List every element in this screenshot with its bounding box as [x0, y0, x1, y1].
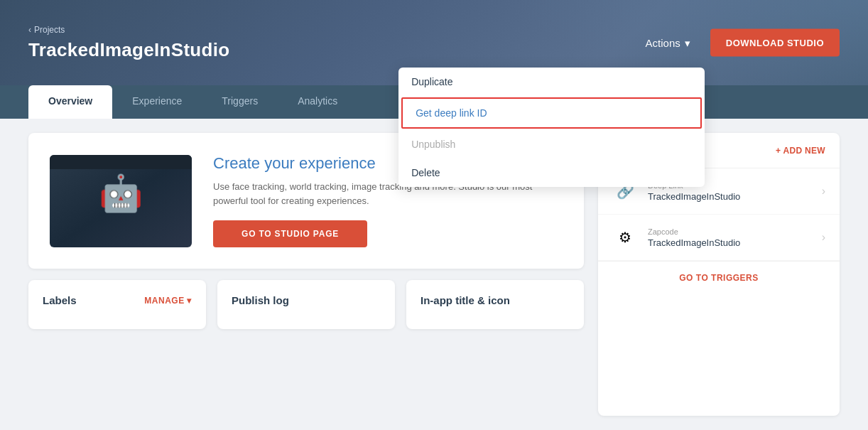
tab-triggers[interactable]: Triggers	[202, 85, 278, 119]
trigger-name-zapcode: TrackedImageInStudio	[648, 237, 740, 248]
trigger-name-deeplink: TrackedImageInStudio	[648, 191, 740, 202]
zapcode-icon: ⚙	[612, 225, 638, 250]
dropdown-duplicate[interactable]: Duplicate	[398, 68, 705, 96]
trigger-item-zapcode[interactable]: ⚙ Zapcode TrackedImageInStudio ›	[598, 215, 840, 261]
trigger-chevron-zapcode: ›	[822, 231, 825, 244]
trigger-info-zapcode: Zapcode TrackedImageInStudio	[648, 227, 740, 248]
dropdown-unpublish: Unpublish	[398, 130, 705, 158]
download-studio-button[interactable]: DOWNLOAD STUDIO	[710, 29, 840, 57]
actions-button[interactable]: Actions ▾	[637, 31, 699, 55]
trigger-left-zapcode: ⚙ Zapcode TrackedImageInStudio	[612, 225, 740, 250]
inapp-card: In-app title & icon	[406, 280, 584, 329]
actions-dropdown-menu: Duplicate Get deep link ID Unpublish Del…	[398, 68, 705, 187]
tab-overview[interactable]: Overview	[28, 85, 112, 119]
actions-chevron-icon: ▾	[685, 36, 690, 49]
tab-experience[interactable]: Experience	[112, 85, 202, 119]
tab-analytics[interactable]: Analytics	[278, 85, 357, 119]
labels-card: Labels MANAGE ▾	[28, 280, 206, 329]
labels-title: Labels	[43, 294, 77, 306]
breadcrumb-label[interactable]: Projects	[34, 25, 65, 35]
publish-log-header: Publish log	[232, 294, 381, 306]
header-actions: Actions ▾ DOWNLOAD STUDIO	[637, 29, 840, 57]
publish-log-title: Publish log	[232, 294, 289, 306]
labels-card-header: Labels MANAGE ▾	[43, 294, 192, 306]
publish-log-card: Publish log	[217, 280, 395, 329]
bottom-cards: Labels MANAGE ▾ Publish log In-app title…	[28, 280, 584, 329]
trigger-type-zapcode: Zapcode	[648, 227, 740, 236]
add-new-trigger-button[interactable]: + ADD NEW	[776, 146, 825, 156]
dropdown-get-deep-link[interactable]: Get deep link ID	[401, 97, 702, 129]
go-to-triggers-button[interactable]: GO TO TRIGGERS	[598, 261, 840, 294]
studio-screenshot	[50, 155, 192, 247]
go-to-studio-button[interactable]: GO TO STUDIO PAGE	[213, 220, 367, 247]
breadcrumb-arrow: ‹	[28, 25, 31, 35]
trigger-chevron-deeplink: ›	[822, 185, 825, 198]
inapp-title: In-app title & icon	[421, 294, 510, 306]
actions-label: Actions	[646, 37, 680, 49]
inapp-header: In-app title & icon	[421, 294, 570, 306]
manage-labels-button[interactable]: MANAGE ▾	[144, 296, 192, 306]
dropdown-delete[interactable]: Delete	[398, 158, 705, 187]
